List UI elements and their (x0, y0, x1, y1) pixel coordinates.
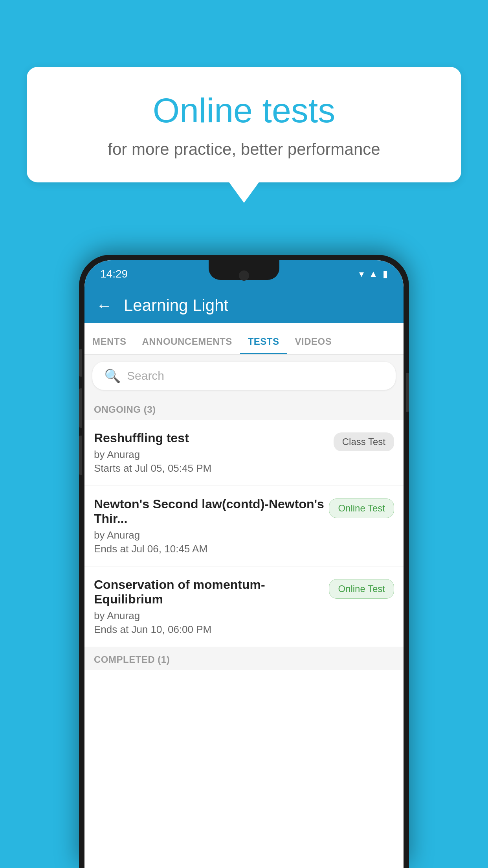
wifi-icon: ▾ (359, 268, 364, 280)
back-button[interactable]: ← (96, 297, 112, 314)
search-container: 🔍 Search (84, 355, 404, 397)
test-time-3: Ends at Jun 10, 06:00 PM (94, 623, 329, 636)
test-info-3: Conservation of momentum-Equilibrium by … (94, 577, 329, 636)
test-list: Reshuffling test by Anurag Starts at Jul… (84, 420, 404, 647)
power-button (406, 373, 409, 412)
test-badge-2: Online Test (329, 498, 394, 518)
test-item-1[interactable]: Reshuffling test by Anurag Starts at Jul… (84, 420, 404, 486)
tab-tests[interactable]: TESTS (240, 336, 287, 354)
silent-button (79, 436, 82, 475)
search-icon: 🔍 (104, 368, 121, 384)
status-time: 14:29 (100, 268, 128, 280)
speech-bubble-title: Online tests (58, 90, 430, 131)
test-info-2: Newton's Second law(contd)-Newton's Thir… (94, 497, 329, 555)
app-title: Learning Light (124, 296, 228, 315)
status-icons: ▾ ▲ ▮ (359, 268, 388, 280)
completed-section-header: COMPLETED (1) (84, 647, 404, 670)
battery-icon: ▮ (383, 268, 388, 280)
test-badge-3: Online Test (329, 579, 394, 599)
speech-bubble-container: Online tests for more practice, better p… (27, 67, 461, 182)
search-placeholder: Search (127, 369, 164, 383)
phone-frame: 14:29 ▾ ▲ ▮ ← Learning Light MENTS ANNOU… (79, 255, 409, 868)
ongoing-section-header: ONGOING (3) (84, 397, 404, 420)
test-info-1: Reshuffling test by Anurag Starts at Jul… (94, 431, 334, 474)
volume-down-button (79, 388, 82, 428)
test-time-1: Starts at Jul 05, 05:45 PM (94, 462, 334, 474)
ongoing-label: ONGOING (3) (94, 404, 156, 415)
test-badge-1: Class Test (334, 432, 394, 451)
test-name-3: Conservation of momentum-Equilibrium (94, 577, 329, 607)
tab-ments[interactable]: MENTS (84, 336, 134, 354)
volume-up-button (79, 349, 82, 377)
test-time-2: Ends at Jul 06, 10:45 AM (94, 543, 329, 555)
test-item-2[interactable]: Newton's Second law(contd)-Newton's Thir… (84, 486, 404, 566)
speech-bubble-subtitle: for more practice, better performance (58, 140, 430, 159)
test-author-1: by Anurag (94, 449, 334, 461)
signal-icon: ▲ (369, 268, 378, 280)
tab-videos[interactable]: VIDEOS (287, 336, 340, 354)
tab-announcements[interactable]: ANNOUNCEMENTS (134, 336, 240, 354)
phone-screen: 14:29 ▾ ▲ ▮ ← Learning Light MENTS ANNOU… (84, 260, 404, 868)
tabs-container: MENTS ANNOUNCEMENTS TESTS VIDEOS (84, 323, 404, 355)
search-bar[interactable]: 🔍 Search (92, 362, 396, 390)
test-item-3[interactable]: Conservation of momentum-Equilibrium by … (84, 566, 404, 647)
camera-dot (239, 270, 249, 281)
speech-bubble: Online tests for more practice, better p… (27, 67, 461, 182)
test-name-1: Reshuffling test (94, 431, 334, 445)
completed-label: COMPLETED (1) (94, 654, 170, 665)
app-header: ← Learning Light (84, 288, 404, 323)
test-author-2: by Anurag (94, 529, 329, 541)
test-name-2: Newton's Second law(contd)-Newton's Thir… (94, 497, 329, 526)
test-author-3: by Anurag (94, 610, 329, 622)
